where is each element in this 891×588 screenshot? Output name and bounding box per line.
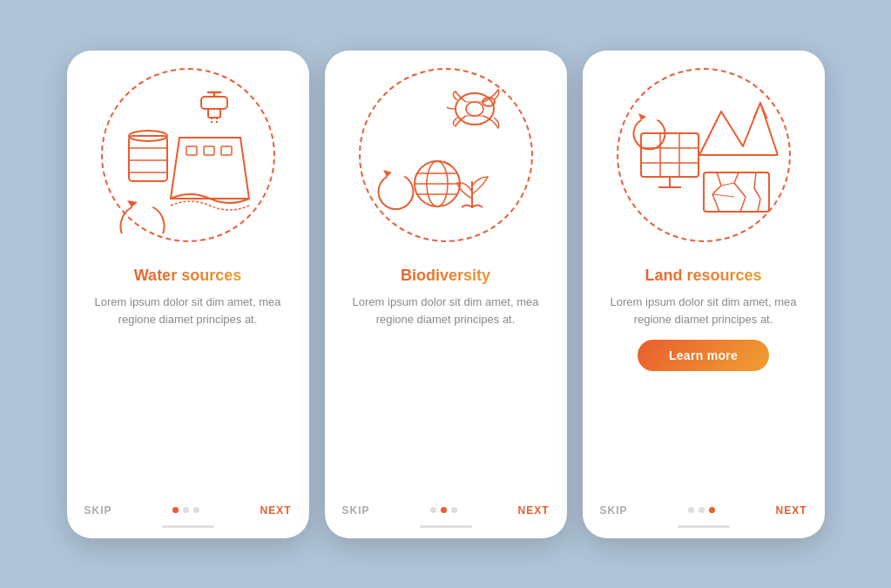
skip-button-water[interactable]: SKIP bbox=[84, 504, 112, 517]
dot-3-land bbox=[709, 507, 715, 513]
water-sources-icon bbox=[110, 77, 267, 233]
content-bio: Biodiversity Lorem ipsum dolor sit dim a… bbox=[325, 260, 567, 497]
desc-land: Lorem ipsum dolor sit dim amet, mea regi… bbox=[604, 294, 804, 330]
land-resources-icon bbox=[625, 77, 782, 233]
skip-button-land[interactable]: SKIP bbox=[600, 504, 628, 517]
dots-land bbox=[688, 507, 715, 513]
svg-rect-12 bbox=[186, 146, 197, 155]
title-water: Water sources bbox=[134, 267, 241, 285]
illustration-land bbox=[583, 51, 825, 260]
nav-bio: SKIP NEXT bbox=[325, 497, 567, 522]
content-land: Land resources Lorem ipsum dolor sit dim… bbox=[583, 260, 825, 497]
title-land: Land resources bbox=[645, 267, 761, 285]
svg-rect-0 bbox=[201, 97, 227, 109]
svg-marker-29 bbox=[383, 170, 392, 177]
desc-bio: Lorem ipsum dolor sit dim amet, mea regi… bbox=[346, 294, 546, 330]
illustration-water bbox=[67, 51, 309, 260]
svg-rect-6 bbox=[129, 136, 167, 181]
screens-container: Water sources Lorem ipsum dolor sit dim … bbox=[50, 33, 842, 556]
dot-1-water bbox=[172, 507, 179, 513]
title-bio: Biodiversity bbox=[401, 267, 490, 285]
scroll-indicator-water bbox=[162, 525, 214, 528]
dot-1-land bbox=[688, 507, 694, 513]
nav-land: SKIP NEXT bbox=[583, 497, 825, 522]
dot-1-bio bbox=[430, 507, 436, 513]
svg-rect-14 bbox=[221, 146, 232, 155]
dot-2-bio bbox=[441, 507, 447, 513]
next-button-bio[interactable]: NEXT bbox=[517, 504, 549, 517]
svg-marker-15 bbox=[127, 200, 138, 207]
scroll-indicator-bio bbox=[420, 525, 472, 528]
content-water: Water sources Lorem ipsum dolor sit dim … bbox=[67, 260, 309, 497]
nav-water: SKIP NEXT bbox=[67, 497, 309, 522]
desc-water: Lorem ipsum dolor sit dim amet, mea regi… bbox=[88, 294, 288, 330]
dots-bio bbox=[430, 507, 457, 513]
dots-water bbox=[172, 507, 199, 513]
screen-land-resources: Land resources Lorem ipsum dolor sit dim… bbox=[583, 51, 825, 538]
dot-2-water bbox=[183, 507, 189, 513]
illustration-bio bbox=[325, 51, 567, 260]
skip-button-bio[interactable]: SKIP bbox=[342, 504, 370, 517]
svg-rect-30 bbox=[641, 133, 699, 177]
dot-3-bio bbox=[451, 507, 457, 513]
biodiversity-icon bbox=[368, 77, 524, 233]
learn-more-button[interactable]: Learn more bbox=[638, 340, 769, 371]
next-button-water[interactable]: NEXT bbox=[260, 504, 291, 517]
svg-rect-1 bbox=[208, 109, 220, 118]
dot-2-land bbox=[699, 507, 705, 513]
scroll-indicator-land bbox=[678, 525, 730, 528]
next-button-land[interactable]: NEXT bbox=[775, 504, 807, 517]
svg-rect-13 bbox=[204, 146, 214, 155]
dot-3-water bbox=[193, 507, 199, 513]
svg-marker-39 bbox=[638, 113, 646, 120]
svg-point-22 bbox=[466, 102, 483, 116]
screen-water-sources: Water sources Lorem ipsum dolor sit dim … bbox=[67, 51, 309, 538]
screen-biodiversity: Biodiversity Lorem ipsum dolor sit dim a… bbox=[325, 51, 567, 538]
